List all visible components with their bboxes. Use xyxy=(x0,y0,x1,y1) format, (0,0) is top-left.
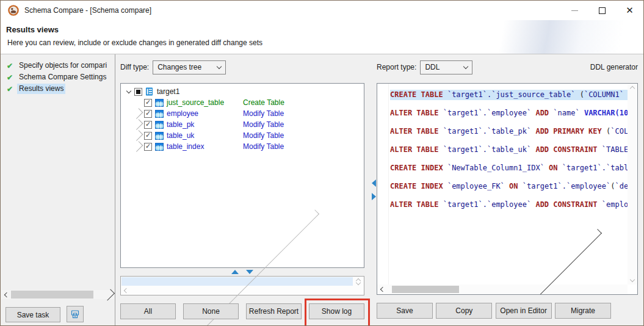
scroll-right-arrow-icon[interactable] xyxy=(105,290,114,299)
chevron-down-icon xyxy=(217,63,222,68)
ddl-generator-label: DDL generator xyxy=(590,63,638,71)
row-action-label: Modify Table xyxy=(243,142,284,151)
none-button[interactable]: None xyxy=(183,303,239,319)
minimize-button[interactable] xyxy=(561,1,588,20)
title-bar[interactable]: Schema Compare - [Schema compare] ✕ xyxy=(1,1,643,20)
row-action-label: Modify Table xyxy=(243,109,284,118)
table-icon xyxy=(155,99,164,107)
splitter-expand-up-icon[interactable] xyxy=(231,270,239,274)
close-button[interactable]: ✕ xyxy=(616,1,643,20)
save-task-as-bat-button[interactable] xyxy=(67,306,84,322)
scroll-left-arrow-icon[interactable] xyxy=(124,288,129,292)
table-name: employee xyxy=(167,109,198,118)
open-in-editor-button[interactable]: Open in Editor xyxy=(496,303,552,319)
tree-row-table-index[interactable]: table_index Modify Table xyxy=(121,141,364,152)
row-checkbox[interactable] xyxy=(144,121,152,129)
bat-file-icon xyxy=(70,310,80,319)
code-line[interactable]: ALTER TABLE `target1`.`employee` ADD `na… xyxy=(390,104,628,122)
horizontal-splitter[interactable] xyxy=(120,268,364,276)
scroll-up-arrow-icon[interactable] xyxy=(630,86,635,91)
sidebar-horizontal-scrollbar[interactable] xyxy=(1,290,114,299)
step-label: Schema Compare Settings xyxy=(17,72,108,82)
expand-chevron-icon[interactable] xyxy=(134,132,142,139)
page-title: Results views xyxy=(6,25,643,34)
page-subtitle: Here you can review, include or exclude … xyxy=(6,38,643,47)
schema-name: target1 xyxy=(157,87,179,96)
show-log-button[interactable]: Show log xyxy=(309,303,364,319)
tree-row-just-source-table[interactable]: just_source_table Create Table xyxy=(121,97,364,108)
code-vertical-scrollbar[interactable] xyxy=(628,84,637,284)
check-icon: ✔ xyxy=(7,85,13,93)
diff-detail-panel[interactable] xyxy=(120,276,364,295)
row-action-label: Modify Table xyxy=(243,131,284,140)
check-icon: ✔ xyxy=(7,73,13,82)
schema-compare-window: Schema Compare - [Schema compare] ✕ Resu… xyxy=(0,0,644,326)
tree-row-employee[interactable]: employee Modify Table xyxy=(121,108,364,119)
table-name: just_source_table xyxy=(167,98,224,107)
wizard-steps-sidebar: ✔ Specify objects for compari ✔ Schema C… xyxy=(1,54,115,325)
code-gutter xyxy=(377,84,389,284)
changes-tree[interactable]: target1 just_source_table Create Table xyxy=(120,83,364,268)
tree-row-root[interactable]: target1 xyxy=(121,86,364,97)
save-button[interactable]: Save xyxy=(377,303,433,319)
code-line[interactable]: ALTER TABLE `target1`.`employee` ADD CON… xyxy=(390,195,628,214)
detail-selected-row[interactable] xyxy=(121,277,353,286)
row-checkbox[interactable] xyxy=(144,143,152,151)
sidebar-step-specify-objects-for-compari[interactable]: ✔ Specify objects for compari xyxy=(1,60,115,71)
code-line[interactable]: ALTER TABLE `target1`.`table_pk` ADD PRI… xyxy=(390,122,628,140)
diff-type-select[interactable]: Changes tree xyxy=(153,60,226,74)
all-button[interactable]: All xyxy=(120,303,176,319)
detail-horizontal-scrollbar[interactable] xyxy=(121,286,353,294)
splitter-expand-right-icon[interactable] xyxy=(372,193,376,200)
tree-row-table-uk[interactable]: table_uk Modify Table xyxy=(121,130,364,141)
code-line[interactable]: ALTER TABLE `target1`.`table_uk` ADD CON… xyxy=(390,140,628,159)
save-task-button[interactable]: Save task xyxy=(5,307,60,322)
table-name: table_uk xyxy=(167,131,194,140)
diff-panel: Diff type: Changes tree xyxy=(115,54,371,325)
ddl-panel: Report type: DDL DDL generator CREATE TA… xyxy=(377,54,643,325)
expand-chevron-icon[interactable] xyxy=(134,143,142,150)
row-checkbox[interactable] xyxy=(144,132,152,140)
refresh-report-button[interactable]: Refresh Report xyxy=(246,303,302,319)
sidebar-step-schema-compare-settings[interactable]: ✔ Schema Compare Settings xyxy=(1,71,115,83)
expand-chevron-icon[interactable] xyxy=(134,121,142,128)
expand-chevron-icon[interactable] xyxy=(134,110,142,117)
copy-button[interactable]: Copy xyxy=(436,303,492,319)
row-checkbox[interactable] xyxy=(144,110,152,118)
diff-type-value: Changes tree xyxy=(157,63,201,71)
tree-row-table-pk[interactable]: table_pk Modify Table xyxy=(121,119,364,130)
step-label: Results views xyxy=(17,84,65,94)
code-line[interactable]: CREATE INDEX `NewTable_Column1_IDX` ON `… xyxy=(390,159,628,177)
migrate-button[interactable]: Migrate xyxy=(555,303,611,319)
expand-chevron-icon[interactable] xyxy=(134,100,142,106)
window-title: Schema Compare - [Schema compare] xyxy=(24,6,151,15)
row-checkbox[interactable] xyxy=(144,99,152,107)
scrollbar-thumb[interactable] xyxy=(392,286,459,293)
scroll-left-arrow-icon[interactable] xyxy=(380,287,385,292)
root-checkbox[interactable] xyxy=(134,88,142,96)
code-line[interactable]: CREATE TABLE `target1`.`just_source_tabl… xyxy=(390,85,628,104)
schema-icon xyxy=(145,87,154,96)
sidebar-step-results-views[interactable]: ✔ Results views xyxy=(1,83,115,95)
detail-vertical-scrollbar[interactable] xyxy=(353,277,363,286)
scrollbar-thumb[interactable] xyxy=(11,291,93,299)
vertical-splitter[interactable] xyxy=(371,54,377,325)
table-icon xyxy=(155,143,164,151)
table-icon xyxy=(155,110,164,118)
ddl-script-view[interactable]: CREATE TABLE `target1`.`just_source_tabl… xyxy=(377,83,638,295)
collapse-chevron-icon[interactable] xyxy=(125,91,132,93)
splitter-collapse-left-icon[interactable] xyxy=(372,179,376,187)
maximize-button[interactable] xyxy=(588,1,616,20)
report-type-value: DDL xyxy=(425,63,440,71)
table-name: table_pk xyxy=(167,120,194,129)
report-type-select[interactable]: DDL xyxy=(420,60,472,74)
code-line[interactable]: CREATE INDEX `employee_FK` ON `target1`.… xyxy=(390,177,628,195)
scroll-down-arrow-icon[interactable] xyxy=(630,277,635,282)
step-label: Specify objects for compari xyxy=(17,60,109,71)
wizard-header: Results views Here you can review, inclu… xyxy=(1,20,643,54)
table-name: table_index xyxy=(167,142,204,151)
table-icon xyxy=(155,121,164,129)
chevron-down-icon xyxy=(463,63,468,68)
scroll-left-arrow-icon[interactable] xyxy=(1,290,10,299)
code-horizontal-scrollbar[interactable] xyxy=(377,284,628,294)
